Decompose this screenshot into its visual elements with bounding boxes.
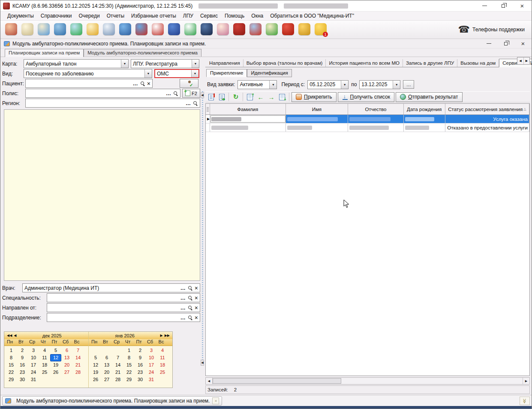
calendar-day[interactable]: 29 [6,376,17,383]
calendar-day[interactable]: 7 [72,347,84,354]
calendar-day[interactable]: 6 [61,347,72,354]
barcode-scanner-icon[interactable] [198,21,215,38]
calendar-day[interactable]: 23 [17,369,28,376]
calendar-day[interactable]: 14 [72,354,84,361]
tab-scroll-left-button[interactable]: ◀ [517,57,523,64]
calendar-day[interactable]: 18 [157,361,168,369]
calendar-day[interactable]: 26 [90,376,101,383]
menu-item[interactable]: Отчеты [103,12,128,20]
more-icon[interactable]: … [180,286,187,291]
secure-document-icon[interactable] [264,21,280,38]
calendar-day[interactable]: 21 [112,369,123,376]
date-from-combo[interactable]: 05.12.2025 ▼ [307,80,349,89]
search-icon[interactable] [172,91,179,96]
polis-input[interactable]: … [25,89,180,98]
action-button-globe[interactable]: Отправить результат [396,92,463,102]
more-icon[interactable]: … [185,101,192,106]
table-cell[interactable] [210,123,286,132]
chevron-down-icon[interactable]: ▼ [269,81,277,89]
calendar-day[interactable]: 15 [6,361,17,369]
support-phones-button[interactable]: ☎ Телефоны поддержки [458,25,529,34]
calendar-day[interactable]: 31 [146,376,157,383]
calendar-day[interactable]: 13 [61,354,72,361]
calendar-day[interactable]: 29 [123,376,135,383]
spec-input[interactable]: … × [47,293,200,302]
podrazdelenie-input[interactable]: … × [47,313,200,322]
patient-input[interactable]: … × [25,79,153,88]
menu-item[interactable]: Избранные отчеты [128,12,180,20]
table-cell[interactable] [286,115,349,123]
calendar-day[interactable]: 25 [157,369,168,376]
calendar-day[interactable]: 20 [101,369,112,376]
oplata-combo[interactable]: ОМС ▼ [154,69,199,78]
action-button-download[interactable]: Получить список [338,92,394,102]
last-record-icon[interactable] [277,92,287,102]
search-icon[interactable] [187,305,194,310]
panel-splitter[interactable]: ◀ ◀ [200,57,204,395]
chevron-down-icon[interactable]: ▼ [341,81,348,89]
column-header[interactable]: Имя [286,104,349,114]
calendar-day[interactable]: 30 [17,376,28,383]
calendar-day[interactable]: 9 [17,354,28,361]
menu-item[interactable]: Окна [248,12,267,20]
calendar-day[interactable]: 21 [72,361,84,369]
clear-icon[interactable]: × [146,81,151,87]
napravlen-input[interactable]: … × [47,303,200,312]
vid-combo[interactable]: Посещение по заболеванию ▼ [24,69,152,78]
calendar-day[interactable]: 24 [28,369,39,376]
calendar-day[interactable]: 31 [28,376,39,383]
table-cell[interactable] [348,123,404,132]
lpu-combo[interactable]: ЛПУ. Регистратура ▼ [131,59,199,68]
notepad-edit-icon[interactable] [84,21,101,38]
clear-icon[interactable]: × [194,305,199,311]
splitter-collapse-icon[interactable]: ◀ [201,92,204,98]
prev-record-icon[interactable]: ← [256,92,265,102]
right-subtab[interactable]: Идентификация [247,69,292,77]
calendar-day[interactable]: 6 [101,354,112,361]
calendar-day[interactable]: 12 [50,354,61,361]
calendar-day[interactable]: 24 [146,369,157,376]
karta-combo[interactable]: Амбулаторный талон ▼ [24,59,129,68]
expand-panel-button[interactable]: ≫ [520,397,530,405]
mdi-close-button[interactable]: × [514,39,532,48]
more-icon[interactable]: … [180,295,187,301]
restore-button[interactable] [494,0,513,11]
calendar-day[interactable]: 27 [101,376,112,383]
right-tab[interactable]: Запись в другие ЛПУ [403,59,457,67]
calendar-day[interactable]: 13 [101,361,112,369]
right-tab[interactable]: Направления [206,59,243,67]
horizontal-scrollbar[interactable]: ◀ ▶ [205,377,530,385]
taskbar-item[interactable]: Модуль амбулаторно-поликлинического прие… [2,396,222,406]
action-button-clipboard[interactable]: Прикрепить [292,92,337,102]
table-cell[interactable] [286,123,349,132]
padlock-icon[interactable] [296,21,313,38]
calendar-day[interactable]: 17 [146,361,157,369]
search-icon[interactable] [192,101,199,106]
calendar-next-month-icon[interactable]: ▶ [159,334,164,337]
syringe-icon[interactable] [101,21,117,38]
card-index-icon[interactable] [36,21,52,38]
save-record-icon[interactable] [217,92,226,102]
confirm-patient-button[interactable] [180,79,198,88]
date-to-combo[interactable]: 13.12.2025 ▼ [359,80,400,89]
vid-zayavki-combo[interactable]: Активные ▼ [237,80,277,89]
table-cell[interactable] [404,115,445,123]
calendar-day[interactable]: 28 [72,369,84,376]
documents-icon[interactable] [19,21,36,38]
calendar-day[interactable]: 11 [39,354,50,361]
splitter-collapse-icon[interactable]: ◀ [201,360,204,366]
right-subtab[interactable]: Прикрепление [206,69,247,77]
column-header[interactable]: Статус рассмотрения заявления△ [445,104,529,114]
calendar-day[interactable]: 12 [90,361,101,369]
calendar-prev-year-icon[interactable]: ◀◀ [6,334,13,337]
calendar-day[interactable]: 14 [112,361,123,369]
chevron-down-icon[interactable]: ▼ [393,81,400,89]
calendar-next-year-icon[interactable]: ▶▶ [164,334,171,337]
calendar-day[interactable]: 11 [157,354,168,361]
clear-icon[interactable]: × [194,285,199,291]
table-cell[interactable] [348,115,404,123]
clear-icon[interactable]: × [194,295,199,301]
calendar-day[interactable]: 8 [6,354,17,361]
calendar-day[interactable]: 2 [135,347,146,354]
calendar-day[interactable]: 20 [61,361,72,369]
